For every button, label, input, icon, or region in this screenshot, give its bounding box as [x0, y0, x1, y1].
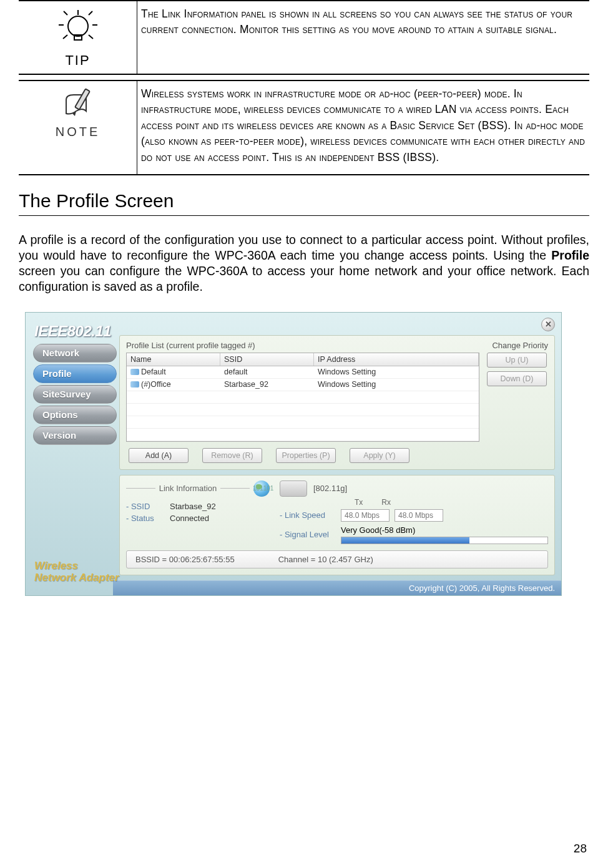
table-row [127, 416, 479, 429]
table-row[interactable]: (#)Office Starbase_92 Windows Setting [127, 379, 479, 391]
nav-sitesurvey[interactable]: SiteSurvey [33, 385, 117, 404]
status-value: Connected [170, 514, 209, 523]
close-icon: ✕ [545, 319, 552, 329]
signal-value: Very Good(-58 dBm) [341, 525, 415, 535]
properties-button[interactable]: Properties (P) [276, 448, 336, 463]
col-name: Name [127, 353, 220, 366]
tx-rate: 48.0 Mbps [341, 509, 390, 522]
pencil-note-icon [60, 86, 96, 122]
table-row [127, 429, 479, 441]
profile-row-icon [130, 369, 139, 375]
priority-buttons: Up (U) Down (D) [486, 353, 548, 442]
link-info-title: Link Information [159, 484, 217, 493]
apply-button[interactable]: Apply (Y) [350, 448, 409, 463]
signal-bar-fill [341, 537, 469, 544]
network-card-icon [280, 480, 307, 497]
svg-line-8 [63, 35, 67, 39]
table-row [127, 404, 479, 416]
note-callout: NOTE Wireless systems work in infrastruc… [19, 80, 589, 175]
tip-label: TIP [65, 52, 90, 69]
connection-details: BSSID = 00:06:25:67:55:55 Channel = 10 (… [126, 550, 548, 568]
table-header: Name SSID IP Address [127, 353, 479, 366]
col-ip: IP Address [314, 353, 479, 366]
intro-paragraph: A profile is a record of the configurati… [19, 232, 589, 295]
signal-label: - Signal Level [280, 530, 336, 539]
svg-point-0 [68, 16, 88, 36]
tip-icon-cell: TIP [19, 1, 137, 74]
copyright-bar: Copyright (C) 2005, All Rights Reserved. [113, 580, 561, 595]
nav-options[interactable]: Options [33, 406, 117, 424]
nav-version[interactable]: Version [33, 426, 117, 445]
intro-bold: Profile [551, 248, 589, 262]
nav-network[interactable]: Network [33, 344, 117, 363]
main-area: Profile List (current profile tagged #) … [119, 319, 555, 589]
table-row[interactable]: Default default Windows Setting [127, 366, 479, 379]
signal-bar [341, 537, 548, 544]
table-row [127, 391, 479, 404]
linkspeed-label: - Link Speed [280, 510, 336, 520]
note-icon-cell: NOTE [19, 81, 137, 174]
page-number: 28 [574, 842, 587, 856]
svg-line-9 [89, 35, 93, 39]
profile-table[interactable]: Name SSID IP Address Default default Win… [126, 353, 479, 442]
app-window: ✕ IEEE802.11 Network Profile SiteSurvey … [25, 312, 562, 596]
ssid-value: Starbase_92 [170, 502, 216, 511]
rx-label: Rx [381, 498, 391, 507]
tip-callout: TIP The Link Information panel is shown … [19, 0, 589, 75]
add-button[interactable]: Add (A) [129, 448, 189, 463]
rx-rate: 48.0 Mbps [395, 509, 443, 522]
logo-ieee: IEEE802.11 [33, 323, 117, 340]
bssid-value: BSSID = 00:06:25:67:55:55 [135, 555, 235, 564]
profile-action-buttons: Add (A) Remove (R) Properties (P) Apply … [126, 448, 548, 463]
svg-line-7 [89, 11, 92, 15]
channel-value: Channel = 10 (2.457 GHz) [278, 555, 373, 564]
profile-list-label: Profile List (current profile tagged #) [126, 341, 255, 350]
tip-text: The Link Information panel is shown in a… [137, 1, 589, 74]
svg-line-6 [64, 11, 67, 15]
wireless-adapter-label: Wireless Network Adapter [34, 560, 119, 583]
up-button[interactable]: Up (U) [487, 353, 547, 368]
note-text: Wireless systems work in infrastructure … [137, 81, 589, 174]
remove-button[interactable]: Remove (R) [202, 448, 262, 463]
profile-list-panel: Profile List (current profile tagged #) … [119, 335, 555, 470]
ssid-label: - SSID [126, 502, 170, 511]
section-title: The Profile Screen [19, 190, 589, 212]
link-info-panel: Link Information - SSIDStarbase_92 - Sta… [119, 475, 555, 575]
sidebar: IEEE802.11 Network Profile SiteSurvey Op… [32, 319, 119, 589]
intro-post: screen you can configure the WPC-360A to… [19, 264, 589, 293]
nav-profile[interactable]: Profile [33, 364, 117, 383]
tx-label: Tx [355, 498, 363, 507]
close-button[interactable]: ✕ [541, 318, 555, 331]
wireless-mode: [802.11g] [313, 484, 347, 493]
note-label: NOTE [56, 125, 101, 139]
col-ssid: SSID [220, 353, 314, 366]
change-priority-label: Change Priority [492, 341, 548, 350]
profile-row-icon [130, 381, 139, 388]
down-button[interactable]: Down (D) [487, 371, 547, 386]
lightbulb-icon [56, 6, 100, 50]
intro-pre: A profile is a record of the configurati… [19, 233, 589, 262]
title-underline [19, 215, 589, 216]
status-label: - Status [126, 514, 170, 523]
